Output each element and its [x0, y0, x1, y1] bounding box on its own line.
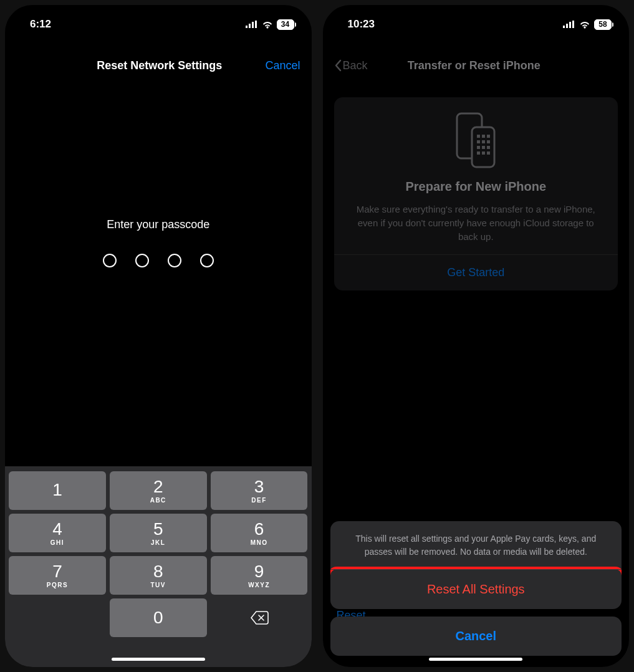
svg-rect-6	[569, 22, 571, 28]
passcode-dots	[103, 254, 214, 267]
get-started-button[interactable]: Get Started	[345, 255, 607, 290]
svg-rect-15	[487, 140, 490, 143]
keypad-delete[interactable]	[211, 598, 308, 637]
status-right: 34	[246, 19, 294, 30]
home-indicator[interactable]	[429, 658, 522, 661]
svg-rect-5	[566, 24, 568, 28]
svg-rect-17	[482, 146, 485, 149]
keypad-3[interactable]: 3DEF	[211, 471, 308, 510]
svg-rect-2	[252, 22, 254, 28]
sheet-cancel-button[interactable]: Cancel	[330, 617, 622, 656]
passcode-dot	[103, 254, 117, 267]
chevron-left-icon	[334, 59, 342, 72]
number-keypad: 1 2ABC 3DEF 4GHI 5JKL 6MNO 7PQRS 8TUV 9W…	[5, 466, 312, 667]
backspace-icon	[250, 611, 269, 625]
svg-rect-14	[482, 140, 485, 143]
status-time: 6:12	[30, 18, 51, 31]
cellular-icon	[563, 21, 575, 28]
passcode-dot	[168, 254, 181, 267]
svg-rect-21	[487, 151, 490, 155]
keypad-1[interactable]: 1	[9, 471, 106, 510]
card-body: Make sure everything's ready to transfer…	[345, 203, 607, 254]
passcode-screen: 6:12 34 Reset Network Settings Cancel En…	[5, 5, 312, 667]
battery-indicator: 58	[594, 19, 612, 30]
svg-rect-1	[249, 24, 251, 28]
keypad-blank	[9, 598, 106, 637]
status-bar: 6:12 34	[5, 5, 312, 35]
svg-rect-4	[563, 26, 565, 28]
svg-rect-0	[246, 26, 247, 28]
status-bar: 10:23 58	[323, 5, 630, 35]
keypad-2[interactable]: 2ABC	[110, 471, 207, 510]
status-time: 10:23	[348, 18, 375, 31]
wifi-icon	[579, 21, 590, 29]
nav-title: Reset Network Settings	[54, 59, 265, 72]
svg-rect-7	[572, 21, 574, 28]
battery-indicator: 34	[277, 19, 294, 30]
wifi-icon	[262, 21, 273, 29]
passcode-dot	[135, 254, 149, 267]
svg-rect-11	[482, 135, 485, 138]
cancel-button[interactable]: Cancel	[265, 59, 300, 72]
svg-rect-12	[487, 135, 490, 138]
action-sheet: This will reset all settings and your Ap…	[330, 521, 622, 656]
svg-rect-13	[477, 140, 480, 143]
back-button[interactable]: Back	[334, 59, 368, 72]
card-title: Prepare for New iPhone	[345, 180, 607, 194]
svg-rect-19	[477, 151, 480, 155]
devices-icon	[345, 112, 607, 170]
keypad-7[interactable]: 7PQRS	[9, 556, 106, 595]
action-sheet-panel: This will reset all settings and your Ap…	[330, 521, 622, 609]
back-label: Back	[343, 59, 368, 72]
keypad-0[interactable]: 0	[110, 598, 207, 637]
passcode-dot	[200, 254, 214, 267]
keypad-4[interactable]: 4GHI	[9, 514, 106, 552]
passcode-prompt: Enter your passcode	[107, 218, 209, 231]
keypad-5[interactable]: 5JKL	[110, 514, 207, 552]
transfer-reset-screen: 10:23 58 Back Transfer or Reset iPhone	[323, 5, 630, 667]
svg-rect-3	[255, 21, 257, 28]
cellular-icon	[246, 21, 258, 28]
keypad-6[interactable]: 6MNO	[211, 514, 308, 552]
home-indicator[interactable]	[112, 658, 205, 661]
nav-bar: Reset Network Settings Cancel	[5, 35, 312, 79]
svg-rect-10	[477, 135, 480, 138]
status-right: 58	[563, 19, 612, 30]
keypad-9[interactable]: 9WXYZ	[211, 556, 308, 595]
nav-bar: Back Transfer or Reset iPhone	[323, 35, 630, 79]
reset-all-settings-button[interactable]: Reset All Settings	[330, 569, 622, 609]
annotation-highlight: Reset All Settings	[330, 567, 622, 609]
svg-rect-16	[477, 146, 480, 149]
svg-rect-18	[487, 146, 490, 149]
keypad-8[interactable]: 8TUV	[110, 556, 207, 595]
sheet-message: This will reset all settings and your Ap…	[330, 521, 622, 569]
nav-title: Transfer or Reset iPhone	[368, 59, 580, 72]
prepare-card: Prepare for New iPhone Make sure everyth…	[334, 97, 618, 290]
svg-rect-20	[482, 151, 485, 155]
